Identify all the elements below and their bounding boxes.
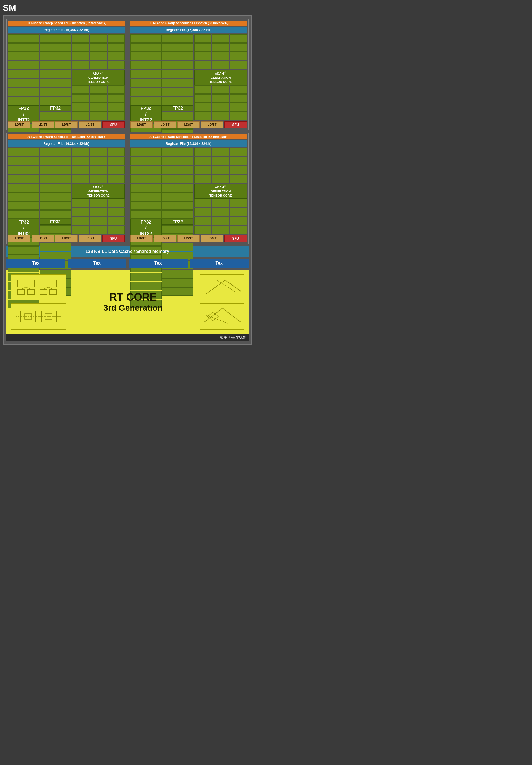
svg-line-8 — [43, 287, 48, 289]
ldst-2-q2: LD/ST — [154, 122, 176, 128]
ldst-4-q3: LD/ST — [79, 235, 101, 242]
cu-cell — [108, 94, 125, 103]
fp32-int32-label-q3: FP32/INT32 — [18, 219, 30, 237]
sub-unit-q1: L0 i-Cache + Warp Scheduler + Dispatch (… — [6, 19, 127, 130]
tensor-area-q2: ADA 4thGENERATIONTENSOR CORE — [194, 34, 247, 120]
fp32-label-q3: FP32 — [50, 219, 61, 224]
cu-cell — [194, 148, 211, 157]
cu-cell — [72, 85, 89, 94]
cu-cell — [162, 193, 193, 201]
ldst-bar-q3: LD/ST LD/ST LD/ST LD/ST SFU — [8, 235, 125, 242]
fp32-int32-area-q2: FP32/INT32 — [130, 34, 193, 120]
cu-cell — [40, 97, 71, 105]
cu-cell — [72, 166, 89, 174]
cu-cell — [108, 34, 125, 43]
cu-cell — [108, 199, 125, 208]
cu-cell — [8, 246, 39, 255]
sfu-q2: SFU — [224, 122, 247, 128]
ldst-2-q1: LD/ST — [32, 122, 54, 128]
svg-rect-6 — [40, 289, 47, 294]
cu-cell — [8, 34, 39, 43]
svg-rect-5 — [40, 280, 57, 287]
svg-marker-20 — [207, 312, 218, 321]
ldst-bar-q2: LD/ST LD/ST LD/ST LD/ST SFU — [130, 122, 247, 128]
cu-cell — [194, 157, 211, 165]
cu-cell — [8, 201, 39, 210]
cu-cell — [40, 166, 71, 174]
cu-cell — [212, 112, 229, 120]
cu-cell — [8, 193, 39, 201]
rt-core-section: RT CORE 3rd Generation — [6, 270, 249, 334]
cu-cell — [212, 94, 229, 103]
fp32-label-q2: FP32 — [172, 106, 183, 111]
cu-cell — [130, 148, 161, 157]
compute-area-q2: FP32/INT32 — [130, 34, 247, 120]
cu-cell — [108, 208, 125, 216]
cu-cell — [230, 43, 247, 52]
cu-cell — [108, 103, 125, 112]
ldst-2-q4: LD/ST — [154, 235, 176, 242]
tensor-label-q2: ADA 4thGENERATIONTENSOR CORE — [209, 71, 232, 84]
cu-cell — [8, 70, 39, 78]
svg-rect-2 — [27, 289, 34, 294]
svg-rect-7 — [50, 289, 57, 294]
warp-bar-q3: L0 i-Cache + Warp Scheduler + Dispatch (… — [8, 134, 125, 139]
cu-cell — [90, 94, 107, 103]
cu-cell — [72, 103, 89, 112]
cu-cell — [162, 97, 193, 105]
cu-cell — [90, 175, 107, 183]
cu-cell — [72, 217, 89, 225]
cu-cell — [162, 61, 193, 69]
cu-cell — [162, 175, 193, 183]
cu-cell — [90, 148, 107, 157]
sm-title: SM — [3, 3, 252, 13]
cu-cell — [162, 43, 193, 52]
cu-cell — [194, 208, 211, 216]
fp32-label-q4: FP32 — [172, 219, 183, 224]
svg-line-4 — [26, 287, 31, 289]
svg-line-9 — [48, 287, 53, 289]
cu-cell — [72, 52, 89, 60]
tensor-label-q4: ADA 4thGENERATIONTENSOR CORE — [209, 185, 232, 198]
tex-cell-1: Tex — [6, 259, 65, 268]
cu-cell — [130, 273, 161, 281]
tensor-label-q1: ADA 4thGENERATIONTENSOR CORE — [87, 71, 110, 84]
cu-cell — [130, 193, 161, 201]
cu-cell — [212, 148, 229, 157]
sub-unit-q4: L0 i-Cache + Warp Scheduler + Dispatch (… — [129, 133, 249, 244]
cu-cell — [72, 226, 89, 234]
fp32-int32-area-q4: FP32/INT32 — [130, 148, 193, 234]
rt-icon-triangle-top — [200, 274, 244, 300]
cu-cell — [130, 79, 161, 87]
cu-cell — [212, 217, 229, 225]
rt-left-icons — [11, 274, 66, 330]
cu-cell — [40, 34, 71, 43]
cu-cell — [8, 166, 39, 174]
cu-cell — [162, 70, 193, 78]
cu-cell — [90, 43, 107, 52]
sfu-q4: SFU — [224, 235, 247, 242]
cu-cell — [40, 184, 71, 192]
quad-grid: L0 i-Cache + Warp Scheduler + Dispatch (… — [6, 19, 249, 244]
svg-marker-18 — [204, 308, 240, 322]
ldst-4-q2: LD/ST — [201, 122, 223, 128]
cu-cell — [72, 43, 89, 52]
cu-cell — [90, 85, 107, 94]
cu-cell — [130, 34, 161, 43]
sub-unit-q3: L0 i-Cache + Warp Scheduler + Dispatch (… — [6, 133, 127, 244]
cu-cell — [108, 85, 125, 94]
cu-cell — [194, 199, 211, 208]
cu-cell — [40, 112, 71, 120]
fp32-int32-label-q4: FP32/INT32 — [140, 219, 152, 237]
rt-right-icons — [200, 274, 244, 330]
cu-cell — [130, 210, 161, 219]
cu-cell — [72, 94, 89, 103]
cu-cell — [90, 103, 107, 112]
cu-cell — [40, 79, 71, 87]
cu-cell — [212, 34, 229, 43]
cu-cell — [212, 226, 229, 234]
cu-cell — [194, 226, 211, 234]
cu-cell — [8, 148, 39, 157]
sfu-q1: SFU — [102, 122, 125, 128]
cu-cell — [108, 148, 125, 157]
